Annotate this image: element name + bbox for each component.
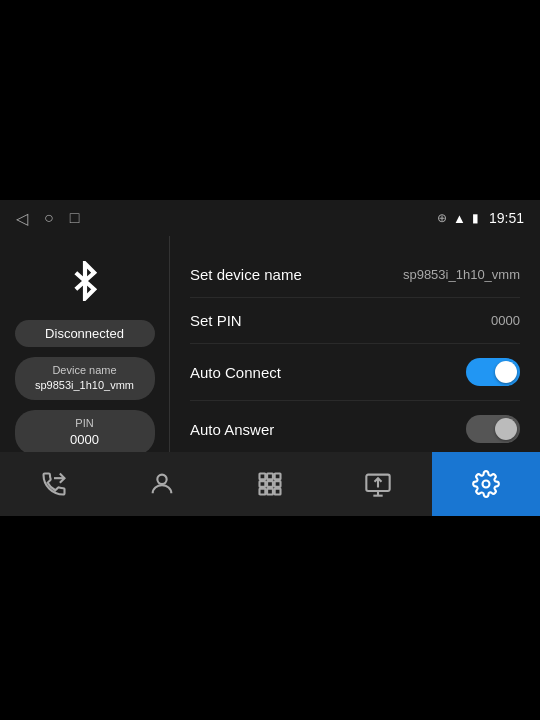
pin-label: PIN [31, 416, 139, 431]
status-text: Disconnected [45, 326, 124, 341]
set-pin-label: Set PIN [190, 312, 242, 329]
nav-buttons: ◁ ○ □ [16, 209, 79, 228]
svg-rect-3 [267, 474, 273, 480]
location-icon: ⊕ [437, 211, 447, 225]
auto-answer-toggle-off [466, 415, 520, 443]
set-device-name-value[interactable]: sp9853i_1h10_vmm [403, 267, 520, 282]
connection-status-badge: Disconnected [15, 320, 155, 347]
recent-nav-icon[interactable]: □ [70, 209, 80, 227]
device-name-label: Device name [29, 363, 141, 378]
nav-item-phone[interactable] [0, 452, 108, 516]
set-device-name-row: Set device name sp9853i_1h10_vmm [190, 252, 520, 298]
auto-connect-row: Auto Connect [190, 344, 520, 401]
time-display: 19:51 [489, 210, 524, 226]
set-pin-row: Set PIN 0000 [190, 298, 520, 344]
auto-connect-toggle[interactable] [466, 358, 520, 386]
svg-rect-7 [275, 481, 281, 487]
home-nav-icon[interactable]: ○ [44, 209, 54, 227]
bottom-black-area [0, 516, 540, 720]
auto-connect-toggle-on [466, 358, 520, 386]
nav-item-settings[interactable] [432, 452, 540, 516]
bottom-nav [0, 452, 540, 516]
svg-rect-6 [267, 481, 273, 487]
svg-rect-4 [275, 474, 281, 480]
svg-rect-8 [260, 489, 266, 495]
svg-point-15 [483, 481, 490, 488]
auto-connect-label: Auto Connect [190, 364, 281, 381]
bluetooth-icon [60, 256, 110, 306]
back-nav-icon[interactable]: ◁ [16, 209, 28, 228]
set-device-name-label: Set device name [190, 266, 302, 283]
auto-answer-row: Auto Answer [190, 401, 520, 457]
nav-item-apps[interactable] [216, 452, 324, 516]
status-indicators: ⊕ ▲ ▮ 19:51 [437, 210, 524, 226]
auto-answer-label: Auto Answer [190, 421, 274, 438]
battery-icon: ▮ [472, 211, 479, 225]
wifi-icon: ▲ [453, 211, 466, 226]
set-pin-value[interactable]: 0000 [491, 313, 520, 328]
svg-point-1 [157, 475, 166, 484]
svg-rect-2 [260, 474, 266, 480]
status-bar: ◁ ○ □ ⊕ ▲ ▮ 19:51 [0, 200, 540, 236]
svg-rect-5 [260, 481, 266, 487]
svg-rect-9 [267, 489, 273, 495]
nav-item-contacts[interactable] [108, 452, 216, 516]
pin-badge: PIN 0000 [15, 410, 155, 456]
pin-value: 0000 [31, 431, 139, 449]
device-name-value: sp9853i_1h10_vmm [29, 378, 141, 393]
device-name-badge: Device name sp9853i_1h10_vmm [15, 357, 155, 400]
nav-item-mirror[interactable] [324, 452, 432, 516]
top-black-area [0, 0, 540, 200]
svg-rect-10 [275, 489, 281, 495]
auto-answer-toggle[interactable] [466, 415, 520, 443]
